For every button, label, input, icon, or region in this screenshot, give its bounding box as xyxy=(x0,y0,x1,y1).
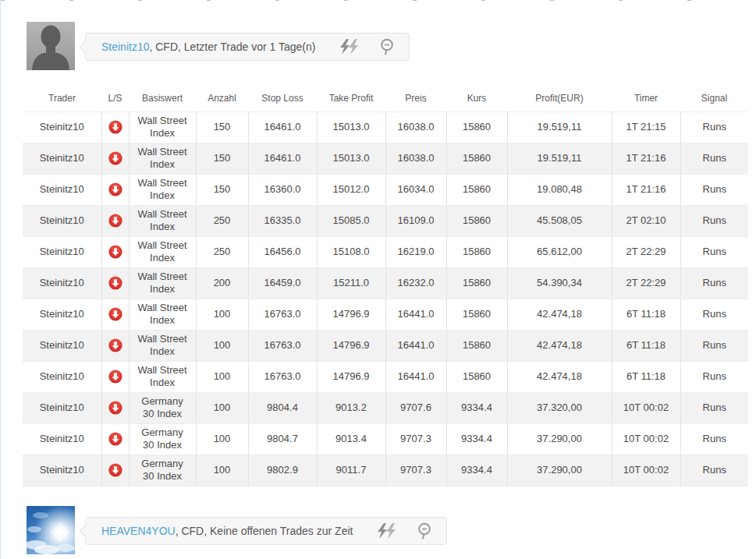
cell-kurs: 9334.4 xyxy=(446,392,507,423)
cell-trader: Steinitz10 xyxy=(23,361,101,392)
cell-direction xyxy=(101,267,129,299)
cell-preis: 16038.0 xyxy=(385,143,446,174)
trade-row: Steinitz10Wall Street Index15016461.0150… xyxy=(23,111,748,143)
cell-take_profit: 9013.4 xyxy=(317,423,385,455)
cell-stop_loss: 9804.7 xyxy=(248,423,317,455)
trader-name-link[interactable]: HEAVEN4YOU xyxy=(101,525,176,537)
trade-row: Steinitz10Germany 30 Index1009802.99011.… xyxy=(23,455,748,486)
cell-anzahl: 100 xyxy=(196,455,248,486)
cell-trader: Steinitz10 xyxy=(23,174,101,205)
person-silhouette-icon xyxy=(27,22,75,70)
cell-preis: 16038.0 xyxy=(385,111,446,143)
cell-kurs: 15860 xyxy=(446,205,507,236)
cell-anzahl: 100 xyxy=(196,361,248,392)
cell-direction xyxy=(101,455,129,486)
trader-status-bubble-2: HEAVEN4YOU, CFD, Keine offenen Trades zu… xyxy=(85,517,447,545)
trader-avatar[interactable] xyxy=(27,22,75,70)
cell-timer: 2T 22:29 xyxy=(612,236,680,267)
cell-anzahl: 100 xyxy=(196,299,248,330)
cell-take_profit: 15013.0 xyxy=(317,111,385,143)
cell-signal: Runs xyxy=(680,174,748,205)
cell-kurs: 15860 xyxy=(446,236,507,267)
trade-row: Steinitz10Wall Street Index10016763.0147… xyxy=(23,330,748,361)
column-header-profit: Profit(EUR) xyxy=(507,86,612,111)
cell-trader: Steinitz10 xyxy=(23,455,101,486)
trade-row: Steinitz10Wall Street Index10016763.0147… xyxy=(23,361,748,392)
short-position-icon xyxy=(108,463,122,477)
cell-signal: Runs xyxy=(680,267,748,299)
short-position-icon xyxy=(108,182,122,196)
trader-profile-header-2: HEAVEN4YOU, CFD, Keine offenen Trades zu… xyxy=(27,506,756,554)
cell-basiswert: Wall Street Index xyxy=(129,205,196,236)
cell-kurs: 15860 xyxy=(446,174,507,205)
short-position-icon xyxy=(108,307,122,321)
cell-take_profit: 15013.0 xyxy=(317,143,385,174)
cell-basiswert: Wall Street Index xyxy=(129,236,196,267)
cell-direction xyxy=(101,205,129,236)
cell-trader: Steinitz10 xyxy=(23,236,101,267)
cell-signal: Runs xyxy=(680,299,748,330)
cell-basiswert: Wall Street Index xyxy=(129,267,196,299)
trade-row: Steinitz10Wall Street Index25016456.0151… xyxy=(23,236,748,267)
cell-timer: 1T 21:15 xyxy=(612,111,680,143)
cell-take_profit: 9011.7 xyxy=(317,455,385,486)
cell-stop_loss: 16461.0 xyxy=(248,143,317,174)
short-position-icon xyxy=(108,151,122,165)
cell-stop_loss: 9804.4 xyxy=(248,392,317,423)
cell-trader: Steinitz10 xyxy=(23,392,101,423)
short-position-icon xyxy=(108,276,122,290)
cell-basiswert: Germany 30 Index xyxy=(129,455,196,486)
cell-basiswert: Wall Street Index xyxy=(129,361,196,392)
copy-trading-page: { "colors": { "link_blue": "#4aa3d8", "s… xyxy=(0,0,756,559)
trader-status-bubble: Steinitz10, CFD, Letzter Trade vor 1 Tag… xyxy=(85,33,410,61)
column-header-basiswert: Basiswert xyxy=(129,86,196,111)
cell-direction xyxy=(101,330,129,361)
cell-anzahl: 100 xyxy=(196,392,248,423)
column-header-preis: Preis xyxy=(385,86,446,111)
sky-sun-photo xyxy=(27,506,75,554)
cell-anzahl: 100 xyxy=(196,423,248,455)
cell-take_profit: 14796.9 xyxy=(317,299,385,330)
cell-stop_loss: 16763.0 xyxy=(248,361,317,392)
cell-trader: Steinitz10 xyxy=(23,111,101,143)
cell-profit: 19.519,11 xyxy=(507,143,612,174)
cell-kurs: 15860 xyxy=(446,143,507,174)
cell-preis: 9707.6 xyxy=(385,392,446,423)
cell-timer: 2T 22:29 xyxy=(612,267,680,299)
copy-trades-icon[interactable] xyxy=(339,39,359,55)
short-position-icon xyxy=(108,432,122,446)
cell-take_profit: 15211.0 xyxy=(317,267,385,299)
cell-stop_loss: 16763.0 xyxy=(248,299,317,330)
cell-basiswert: Wall Street Index xyxy=(129,143,196,174)
cell-take_profit: 14796.9 xyxy=(317,361,385,392)
copy-trades-icon[interactable] xyxy=(376,523,396,539)
cell-stop_loss: 16335.0 xyxy=(248,205,317,236)
cell-kurs: 15860 xyxy=(446,361,507,392)
zoom-out-icon[interactable] xyxy=(379,38,395,55)
cell-signal: Runs xyxy=(680,205,748,236)
cell-direction xyxy=(101,111,129,143)
trader-status-text: , CFD, Keine offenen Trades zur Zeit xyxy=(176,525,353,537)
cell-anzahl: 200 xyxy=(196,267,248,299)
zoom-out-icon[interactable] xyxy=(417,522,432,540)
open-trades-table: TraderL/SBasiswertAnzahlStop LossTake Pr… xyxy=(23,86,748,486)
short-position-icon xyxy=(108,401,122,415)
trader-status-text: , CFD, Letzter Trade vor 1 Tage(n) xyxy=(149,41,315,53)
cell-preis: 16441.0 xyxy=(385,299,446,330)
cell-direction xyxy=(101,361,129,392)
trader-avatar-2[interactable] xyxy=(27,506,75,554)
cell-basiswert: Germany 30 Index xyxy=(129,392,196,423)
cell-kurs: 15860 xyxy=(446,111,507,143)
cell-direction xyxy=(101,392,129,423)
cell-timer: 2T 02:10 xyxy=(612,205,680,236)
cell-timer: 6T 11:18 xyxy=(612,330,680,361)
cell-preis: 16034.0 xyxy=(385,174,446,205)
short-position-icon xyxy=(108,245,122,259)
trade-row: Steinitz10Wall Street Index10016763.0147… xyxy=(23,299,748,330)
short-position-icon xyxy=(108,370,122,384)
cell-take_profit: 15085.0 xyxy=(317,205,385,236)
trade-row: Steinitz10Wall Street Index15016360.0150… xyxy=(23,174,748,205)
cell-trader: Steinitz10 xyxy=(23,299,101,330)
trader-name-link[interactable]: Steinitz10 xyxy=(101,41,149,53)
cell-take_profit: 9013.2 xyxy=(317,392,385,423)
